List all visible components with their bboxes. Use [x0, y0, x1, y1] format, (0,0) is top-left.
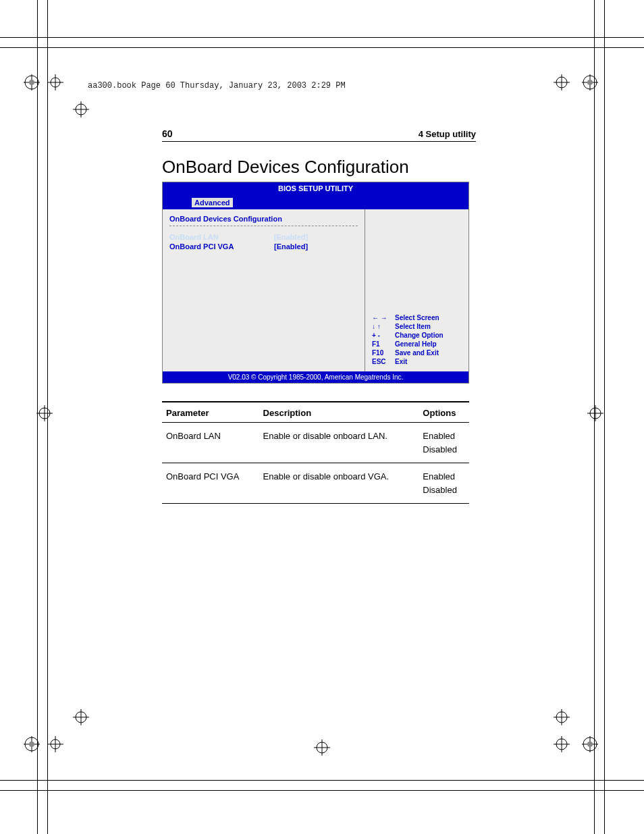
key-plus-minus-icon: + -: [372, 331, 395, 340]
bios-titlebar: BIOS SETUP UTILITY: [163, 182, 468, 194]
bios-setup-screenshot: BIOS SETUP UTILITY Advanced OnBoard Devi…: [162, 182, 469, 384]
svg-point-3: [29, 80, 34, 85]
bios-item-value: [Enabled]: [274, 233, 358, 241]
bios-menubar: Advanced: [163, 194, 468, 209]
page-title: OnBoard Devices Configuration: [162, 157, 476, 178]
registration-mark-icon: [582, 74, 598, 90]
registration-mark-icon: [582, 736, 598, 752]
cell-param: OnBoard LAN: [162, 423, 259, 463]
bios-section-title: OnBoard Devices Configuration: [169, 215, 358, 223]
cell-desc: Enable or disable onboard VGA.: [259, 463, 419, 504]
registration-mark-icon: [587, 405, 603, 421]
parameter-table: Parameter Description Options OnBoard LA…: [162, 401, 469, 504]
registration-mark-icon: [554, 709, 570, 725]
registration-mark-icon: [24, 736, 40, 752]
bios-left-pane: OnBoard Devices Configuration OnBoard LA…: [163, 209, 365, 371]
bios-item-onboard-lan[interactable]: OnBoard LAN [Enabled]: [169, 233, 358, 241]
crop-line: [0, 37, 644, 38]
bios-item-label: OnBoard LAN: [169, 233, 274, 241]
svg-point-16: [587, 80, 593, 85]
file-info-line: aa300.book Page 60 Thursday, January 23,…: [88, 81, 346, 90]
registration-mark-icon: [47, 74, 63, 90]
page-number: 60: [162, 128, 173, 139]
col-parameter: Parameter: [162, 402, 259, 423]
registration-mark-icon: [554, 74, 570, 90]
registration-mark-icon: [36, 405, 53, 421]
table-row: OnBoard PCI VGA Enable or disable onboar…: [162, 463, 469, 504]
bios-item-onboard-pci-vga[interactable]: OnBoard PCI VGA [Enabled]: [169, 242, 358, 251]
svg-point-42: [587, 741, 593, 747]
cell-opts: Enabled Disabled: [419, 463, 469, 504]
registration-mark-icon: [554, 736, 570, 752]
crop-line: [0, 790, 644, 791]
crop-line: [604, 0, 605, 834]
registration-mark-icon: [47, 736, 63, 752]
cell-param: OnBoard PCI VGA: [162, 463, 259, 504]
crop-line: [0, 47, 644, 48]
divider: [169, 226, 358, 226]
help-text: Select Item: [395, 322, 463, 331]
key-esc: ESC: [372, 357, 395, 366]
registration-mark-icon: [73, 709, 89, 725]
help-text: Select Screen: [395, 313, 463, 322]
svg-point-26: [29, 741, 34, 747]
help-text: General Help: [395, 340, 463, 348]
bios-tab-advanced[interactable]: Advanced: [191, 197, 234, 208]
bios-help-keys: ← →Select Screen ↓ ↑Select Item + -Chang…: [372, 313, 463, 366]
bios-item-value: [Enabled]: [274, 242, 358, 251]
key-arrow-ud-icon: ↓ ↑: [372, 322, 395, 331]
registration-mark-icon: [24, 74, 40, 90]
bios-item-label: OnBoard PCI VGA: [169, 242, 274, 251]
crop-line: [0, 780, 644, 781]
page-header: 60 4 Setup utility: [162, 128, 476, 142]
col-options: Options: [419, 402, 469, 423]
bios-footer: V02.03 © Copyright 1985-2000, American M…: [163, 371, 468, 383]
key-arrow-lr-icon: ← →: [372, 313, 395, 322]
help-text: Exit: [395, 357, 463, 366]
help-text: Save and Exit: [395, 348, 463, 357]
help-text: Change Option: [395, 331, 463, 340]
table-row: OnBoard LAN Enable or disable onboard LA…: [162, 423, 469, 463]
key-f1: F1: [372, 340, 395, 348]
key-f10: F10: [372, 348, 395, 357]
registration-mark-icon: [73, 101, 89, 118]
bios-right-pane: ← →Select Screen ↓ ↑Select Item + -Chang…: [365, 209, 468, 371]
col-description: Description: [259, 402, 419, 423]
registration-mark-icon: [314, 739, 330, 756]
chapter-name: 4 Setup utility: [419, 129, 476, 139]
cell-opts: Enabled Disabled: [419, 423, 469, 463]
cell-desc: Enable or disable onboard LAN.: [259, 423, 419, 463]
